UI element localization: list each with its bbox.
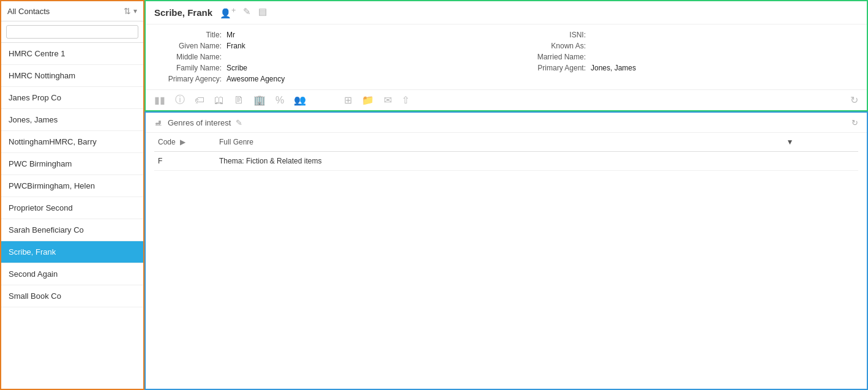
contact-details: Title: Mr Given Name: Frank Middle Name:… <box>146 24 867 89</box>
isni-row: ISNI: <box>518 31 858 39</box>
sidebar-item-scribe-frank[interactable]: Scribe, Frank <box>1 241 143 263</box>
primary-agency-label: Primary Agency: <box>154 75 222 83</box>
family-name-row: Family Name: Scribe <box>154 64 494 72</box>
contact-card-icon[interactable]: ▮▮ <box>154 94 165 106</box>
sidebar-item-sarah-beneficiary-co[interactable]: Sarah Beneficiary Co <box>1 219 143 241</box>
primary-agency-row: Primary Agency: Awesome Agency <box>154 75 494 83</box>
tag-icon[interactable]: 🏷 <box>195 95 204 106</box>
book-icon[interactable]: 🕮 <box>214 95 224 106</box>
folder-icon[interactable]: 📁 <box>362 94 374 106</box>
info-icon[interactable]: ⓘ <box>175 94 185 107</box>
primary-agent-row: Primary Agent: Jones, James <box>518 64 858 72</box>
middle-name-label: Middle Name: <box>154 53 222 61</box>
middle-name-row: Middle Name: <box>154 53 494 61</box>
sidebar-header: All Contacts ⇅ ▾ <box>1 1 143 21</box>
sidebar-item-proprietor-second[interactable]: Proprietor Second <box>1 197 143 219</box>
detail-toolbar: ▮▮ ⓘ 🏷 🕮 🖹 🏢 % 👥 ⊞ 📁 ✉ ⇧ ↻ <box>146 89 867 110</box>
envelope-icon[interactable]: ✉ <box>384 94 392 106</box>
calendar-icon[interactable]: ▤ <box>258 6 267 19</box>
primary-agent-label: Primary Agent: <box>518 64 586 72</box>
contact-details-right: ISNI: Known As: Married Name: Primary Ag… <box>518 31 858 83</box>
contact-detail-panel: Scribe, Frank 👤+ ✎ ▤ Title: Mr Given Nam… <box>144 0 868 111</box>
add-contact-icon[interactable]: 👤+ <box>220 6 236 19</box>
main-content: Scribe, Frank 👤+ ✎ ▤ Title: Mr Given Nam… <box>144 0 868 390</box>
upload-icon[interactable]: ⇧ <box>402 94 410 106</box>
primary-agency-value: Awesome Agency <box>226 75 285 83</box>
genres-panel-header: ⛸ Genres of interest ✎ ↻ <box>146 113 867 133</box>
sidebar-item-small-book-co[interactable]: Small Book Co <box>1 285 143 307</box>
sidebar-list: HMRC Centre 1HMRC NottinghamJanes Prop C… <box>1 43 143 389</box>
cursor-indicator: ▶ <box>180 138 185 146</box>
col-header-code: Code ▶ <box>154 133 215 152</box>
col-header-filter[interactable]: ▼ <box>783 133 858 152</box>
contact-header-icons: 👤+ ✎ ▤ <box>220 6 267 19</box>
sidebar-item-janes-prop-co[interactable]: Janes Prop Co <box>1 87 143 109</box>
sidebar-item-hmrc-nottingham[interactable]: HMRC Nottingham <box>1 65 143 87</box>
document-icon[interactable]: 🖹 <box>234 95 244 106</box>
refresh-icon[interactable]: ↻ <box>851 118 858 127</box>
history-icon[interactable]: ↻ <box>850 94 858 106</box>
genres-table-wrapper: Code ▶ Full Genre ▼ F Thema: Fiction & R… <box>146 133 867 389</box>
given-name-row: Given Name: Frank <box>154 42 494 50</box>
given-name-value: Frank <box>226 42 245 50</box>
sidebar: All Contacts ⇅ ▾ HMRC Centre 1HMRC Notti… <box>0 0 144 390</box>
title-row: Title: Mr <box>154 31 494 39</box>
known-as-row: Known As: <box>518 42 858 50</box>
sidebar-header-icons: ⇅ ▾ <box>124 6 137 16</box>
given-name-label: Given Name: <box>154 42 222 50</box>
title-value: Mr <box>226 31 235 39</box>
married-name-row: Married Name: <box>518 53 858 61</box>
edit-contact-icon[interactable]: ✎ <box>243 6 251 19</box>
contact-detail-header: Scribe, Frank 👤+ ✎ ▤ <box>146 1 867 24</box>
genre-code: F <box>154 152 215 171</box>
genres-panel: ⛸ Genres of interest ✎ ↻ Code ▶ Full Gen… <box>144 111 868 390</box>
family-name-value: Scribe <box>226 64 247 72</box>
sidebar-search <box>1 21 143 43</box>
known-as-label: Known As: <box>518 42 586 50</box>
sidebar-item-pwcbirmingham-helen[interactable]: PWCBirmingham, Helen <box>1 175 143 197</box>
sidebar-item-hmrc-centre-1[interactable]: HMRC Centre 1 <box>1 43 143 65</box>
bank-icon[interactable]: 🏢 <box>253 94 266 106</box>
title-label: Title: <box>154 31 222 39</box>
genres-panel-title: Genres of interest <box>168 118 231 127</box>
sidebar-item-nottinghamhmrc-barry[interactable]: NottinghamHMRC, Barry <box>1 131 143 153</box>
isni-label: ISNI: <box>518 31 586 39</box>
sidebar-item-pwc-birmingham[interactable]: PWC Birmingham <box>1 153 143 175</box>
sidebar-item-jones-james[interactable]: Jones, James <box>1 109 143 131</box>
grid-icon[interactable]: ⊞ <box>344 94 352 106</box>
genre-full: Thema: Fiction & Related items <box>215 152 783 171</box>
genres-edit-icon[interactable]: ✎ <box>236 118 242 127</box>
family-name-label: Family Name: <box>154 64 222 72</box>
dropdown-icon[interactable]: ▾ <box>133 7 137 15</box>
percent-icon[interactable]: % <box>275 95 284 106</box>
search-input[interactable] <box>6 25 138 39</box>
table-row: F Thema: Fiction & Related items <box>154 152 858 171</box>
contact-name-title: Scribe, Frank <box>154 7 212 18</box>
genres-table: Code ▶ Full Genre ▼ F Thema: Fiction & R… <box>154 133 858 171</box>
primary-agent-value: Jones, James <box>591 64 636 72</box>
tag-outline-icon: ⛸ <box>154 118 163 127</box>
sidebar-item-second-again[interactable]: Second Again <box>1 263 143 285</box>
people-icon[interactable]: 👥 <box>294 94 306 106</box>
col-header-genre: Full Genre <box>215 133 783 152</box>
married-name-label: Married Name: <box>518 53 586 61</box>
contact-details-left: Title: Mr Given Name: Frank Middle Name:… <box>154 31 494 83</box>
all-contacts-label: All Contacts <box>7 7 120 16</box>
sort-icon[interactable]: ⇅ <box>124 6 131 16</box>
